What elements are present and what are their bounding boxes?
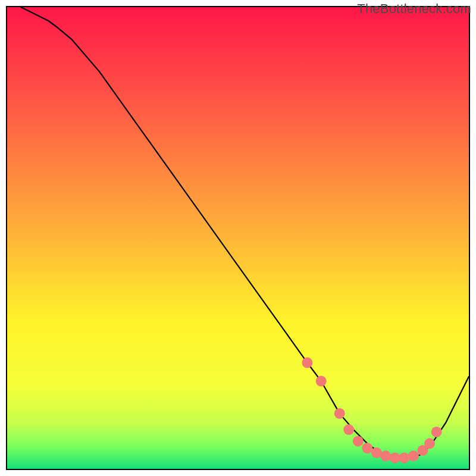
marker-dot [431, 427, 442, 437]
chart-stage: TheBottleneck.com [0, 0, 476, 476]
gradient-background [7, 7, 469, 469]
marker-dot [380, 450, 391, 461]
marker-dot [316, 376, 327, 387]
marker-dot [399, 452, 409, 463]
marker-dot [353, 436, 364, 446]
marker-dot [343, 424, 354, 435]
chart-svg [7, 7, 469, 469]
marker-dot [424, 438, 435, 449]
marker-dot [408, 450, 419, 461]
marker-dot [371, 447, 382, 458]
plot-area [6, 6, 470, 470]
marker-dot [334, 408, 345, 419]
watermark-text: TheBottleneck.com [357, 1, 471, 17]
marker-dot [362, 443, 372, 453]
marker-dot [302, 358, 312, 368]
marker-dot [390, 452, 400, 463]
